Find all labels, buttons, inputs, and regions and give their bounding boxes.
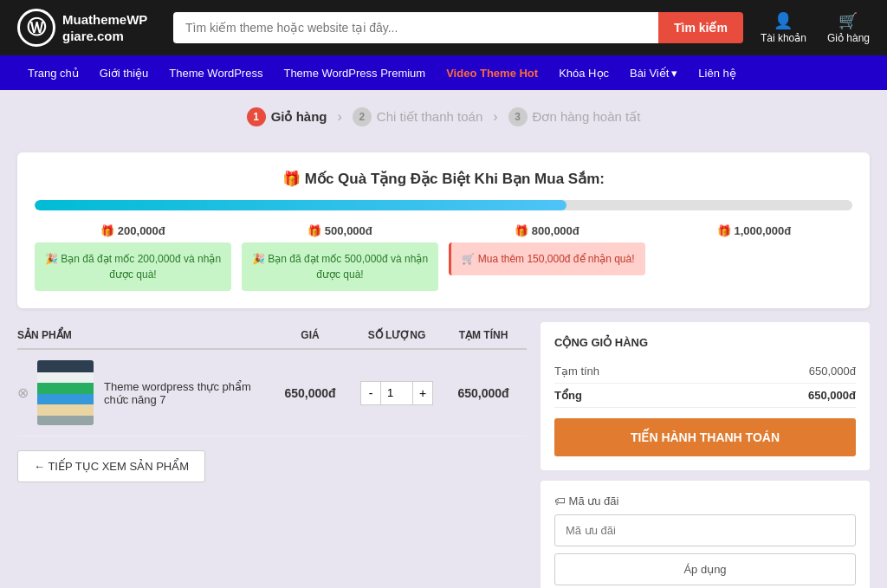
- summary-subtotal-label: Tạm tính: [554, 365, 599, 378]
- account-label: Tài khoản: [761, 32, 806, 44]
- nav-item-trangchu[interactable]: Trang chủ: [17, 55, 89, 90]
- milestone-1: 🎁 200,000đ 🎉 Bạn đã đạt mốc 200,000đ và …: [35, 224, 231, 291]
- step-3-number: 3: [508, 107, 528, 126]
- summary-subtotal-value: 650,000đ: [809, 365, 856, 378]
- col-header-qty: SỐ LƯỢNG: [353, 329, 440, 341]
- svg-rect-1: [37, 372, 94, 383]
- milestone-4-label: 🎁 1,000,000đ: [656, 224, 852, 237]
- step-2-number: 2: [353, 107, 372, 126]
- cart-layout: SẢN PHẨM GIÁ SỐ LƯỢNG TẠM TÍNH ⊗: [17, 322, 870, 588]
- header-actions: 👤 Tài khoản 🛒 Giỏ hàng: [761, 11, 870, 44]
- cart-table-area: SẢN PHẨM GIÁ SỐ LƯỢNG TẠM TÍNH ⊗: [17, 322, 527, 482]
- account-button[interactable]: 👤 Tài khoản: [761, 11, 806, 44]
- nav-item-lienhe[interactable]: Liên hệ: [688, 55, 746, 90]
- milestone-2: 🎁 500,000đ 🎉 Bạn đã đạt mốc 500,000đ và …: [242, 224, 438, 291]
- nav-item-khoahoc[interactable]: Khóa Học: [548, 55, 619, 90]
- continue-shopping-button[interactable]: ← TIẾP TỤC XEM SẢN PHẨM: [17, 450, 205, 482]
- nav-item-video-theme-hot[interactable]: Video Theme Hot: [436, 55, 548, 90]
- gift-title: 🎁 Mốc Quà Tặng Đặc Biệt Khi Bạn Mua Sắm:: [35, 170, 852, 188]
- cart-headers: SẢN PHẨM GIÁ SỐ LƯỢNG TẠM TÍNH: [17, 322, 527, 350]
- nav-item-theme-wp[interactable]: Theme WordPress: [159, 55, 273, 90]
- svg-rect-4: [37, 404, 94, 416]
- svg-rect-3: [37, 394, 94, 404]
- apply-coupon-button[interactable]: Áp dụng: [554, 553, 856, 585]
- milestone-3-status: 🛒 Mua thêm 150,000đ để nhận quà!: [449, 242, 645, 275]
- cart-summary-box: CỘNG GIỎ HÀNG Tạm tính 650,000đ Tổng 650…: [541, 322, 870, 470]
- svg-rect-5: [37, 416, 94, 425]
- cart-button[interactable]: 🛒 Giỏ hàng: [827, 11, 870, 44]
- coupon-label: 🏷 Mã ưu đãi: [554, 494, 856, 507]
- milestone-4: 🎁 1,000,000đ: [656, 224, 852, 260]
- col-header-price: GIÁ: [267, 329, 353, 341]
- progress-bar-fill: [35, 200, 567, 210]
- step-1-number: 1: [247, 107, 266, 126]
- summary-total-label: Tổng: [554, 389, 582, 402]
- step-2-label: Chi tiết thanh toán: [377, 109, 482, 125]
- progress-bar-background: [35, 200, 852, 210]
- summary-total-value: 650,000đ: [808, 389, 856, 402]
- product-thumb-svg: [37, 360, 94, 425]
- nav-item-baiviet[interactable]: Bài Viết ▾: [619, 55, 688, 90]
- step-arrow-2: ›: [493, 109, 497, 125]
- step-1: 1 Giỏ hàng: [247, 107, 327, 126]
- milestone-2-status: 🎉 Bạn đã đạt mốc 500,000đ và nhận được q…: [242, 242, 438, 291]
- product-name: Theme wordpress thực phẩm chức năng 7: [104, 380, 267, 406]
- logo-area[interactable]: Ⓦ MuathemeWP giare.com: [17, 9, 156, 47]
- remove-item-button[interactable]: ⊗: [17, 384, 29, 401]
- coupon-box: 🏷 Mã ưu đãi Áp dụng: [541, 481, 870, 588]
- search-button[interactable]: Tìm kiếm: [658, 12, 743, 43]
- milestone-3-label: 🎁 800,000đ: [449, 224, 645, 237]
- quantity-increase-button[interactable]: +: [412, 381, 433, 405]
- wp-logo-icon: Ⓦ: [17, 9, 55, 47]
- cart-icon: 🛒: [838, 11, 858, 30]
- table-row: ⊗ Theme wordpress thực phẩm chức năng 7 …: [17, 350, 527, 436]
- step-1-label: Giỏ hàng: [271, 109, 327, 125]
- col-header-subtotal: TẠM TÍNH: [440, 329, 527, 341]
- checkout-steps: 1 Giỏ hàng › 2 Chi tiết thanh toán › 3 Đ…: [0, 90, 887, 144]
- step-arrow-1: ›: [338, 109, 342, 125]
- logo-subtitle: giare.com: [62, 28, 147, 45]
- summary-subtotal-row: Tạm tính 650,000đ: [554, 359, 856, 384]
- navigation: Trang chủ Giới thiệu Theme WordPress The…: [0, 55, 887, 90]
- main-content: 🎁 Mốc Quà Tặng Đặc Biệt Khi Bạn Mua Sắm:…: [0, 144, 887, 588]
- product-thumbnail: [37, 360, 94, 425]
- summary-title: CỘNG GIỎ HÀNG: [554, 336, 856, 349]
- svg-rect-2: [37, 383, 94, 394]
- svg-rect-0: [37, 360, 94, 372]
- account-icon: 👤: [774, 11, 793, 30]
- chevron-down-icon: ▾: [671, 67, 677, 80]
- quantity-control: - +: [353, 381, 440, 405]
- cart-sidebar: CỘNG GIỎ HÀNG Tạm tính 650,000đ Tổng 650…: [541, 322, 870, 588]
- checkout-button[interactable]: TIẾN HÀNH THANH TOÁN: [554, 418, 856, 456]
- row-subtotal: 650,000đ: [440, 386, 527, 400]
- milestone-1-status: 🎉 Bạn đã đạt mốc 200,000đ và nhận được q…: [35, 242, 231, 291]
- step-3: 3 Đơn hàng hoàn tất: [508, 107, 641, 126]
- milestone-4-status: [656, 242, 852, 260]
- quantity-decrease-button[interactable]: -: [360, 381, 381, 405]
- search-input[interactable]: [173, 12, 658, 43]
- gift-milestones-box: 🎁 Mốc Quà Tặng Đặc Biệt Khi Bạn Mua Sắm:…: [17, 152, 870, 308]
- nav-item-theme-wp-premium[interactable]: Theme WordPress Premium: [273, 55, 436, 90]
- summary-total-row: Tổng 650,000đ: [554, 384, 856, 408]
- milestone-2-label: 🎁 500,000đ: [242, 224, 438, 237]
- cart-label: Giỏ hàng: [827, 32, 870, 44]
- milestone-3: 🎁 800,000đ 🛒 Mua thêm 150,000đ để nhận q…: [449, 224, 645, 275]
- step-3-label: Đơn hàng hoàn tất: [533, 109, 641, 125]
- logo-name: MuathemeWP: [62, 11, 147, 29]
- nav-item-gioithieu[interactable]: Giới thiệu: [89, 55, 159, 90]
- col-header-product: SẢN PHẨM: [17, 329, 267, 341]
- milestone-1-label: 🎁 200,000đ: [35, 224, 231, 237]
- coupon-input[interactable]: [554, 514, 856, 546]
- step-2: 2 Chi tiết thanh toán: [353, 107, 482, 126]
- product-price: 650,000đ: [267, 386, 353, 400]
- header: Ⓦ MuathemeWP giare.com Tìm kiếm 👤 Tài kh…: [0, 0, 887, 55]
- milestones-list: 🎁 200,000đ 🎉 Bạn đã đạt mốc 200,000đ và …: [35, 224, 852, 291]
- search-area: Tìm kiếm: [173, 12, 743, 43]
- quantity-input[interactable]: [381, 381, 412, 405]
